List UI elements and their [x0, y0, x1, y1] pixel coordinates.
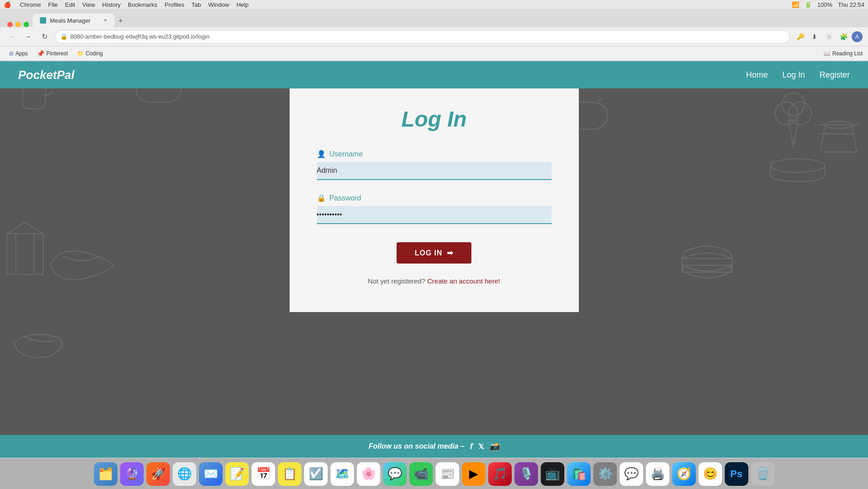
- address-text: 8080-amber-bedbug-edwjft3q.ws-eu23.gitpo…: [70, 33, 209, 40]
- app-navbar: PocketPal Home Log In Register: [0, 61, 868, 88]
- reading-list-icon: 📖: [824, 50, 830, 57]
- lock-icon: 🔒: [317, 194, 326, 202]
- tab-favicon: [40, 17, 46, 24]
- app-content: PocketPal Home Log In Register Log In 👤 …: [0, 61, 868, 458]
- menu-tab[interactable]: Tab: [191, 1, 201, 8]
- dock-messages[interactable]: 💬: [383, 462, 407, 486]
- nav-register[interactable]: Register: [820, 70, 850, 80]
- dock-photos[interactable]: 🌸: [357, 462, 380, 486]
- coding-label: Coding: [86, 50, 103, 57]
- dock-music[interactable]: 🎵: [488, 462, 512, 486]
- tab-bar: Meals Manager × +: [0, 10, 868, 27]
- browser-tab-active[interactable]: Meals Manager ×: [33, 14, 114, 27]
- reading-list[interactable]: 📖 Reading List: [824, 50, 863, 57]
- app-footer: Follow us on social media – f 𝕏 📸: [0, 435, 868, 458]
- instagram-icon[interactable]: 📸: [490, 441, 499, 451]
- login-title: Log In: [317, 107, 552, 132]
- battery-icon: 🔋: [805, 1, 812, 8]
- menu-edit[interactable]: Edit: [65, 1, 75, 8]
- dock-systemprefs[interactable]: ⚙️: [593, 462, 617, 486]
- dock-appstore[interactable]: 🛍️: [567, 462, 591, 486]
- bookmark-coding[interactable]: 📁 Coding: [73, 49, 107, 59]
- tab-title: Meals Manager: [50, 17, 91, 24]
- nav-icons: 🔑 ⬇ ☆ 🧩 A: [794, 30, 863, 43]
- dock-news[interactable]: 📰: [436, 462, 459, 486]
- dock-maps[interactable]: 🗺️: [330, 462, 354, 486]
- bookmark-pinterest[interactable]: 📌 Pinterest: [33, 48, 71, 59]
- browser-chrome: Meals Manager × + ← → ↻ 🔒 8080-amber-bed…: [0, 10, 868, 61]
- menu-chrome[interactable]: Chrome: [20, 1, 41, 8]
- reload-button[interactable]: ↻: [38, 30, 51, 43]
- menu-view[interactable]: View: [82, 1, 95, 8]
- dock-appletv[interactable]: 📺: [541, 462, 564, 486]
- tab-close-button[interactable]: ×: [104, 17, 107, 24]
- coding-icon: 📁: [77, 50, 84, 57]
- dock-emoji[interactable]: 😊: [698, 462, 722, 486]
- twitter-icon[interactable]: 𝕏: [478, 442, 484, 451]
- pinterest-label: Pinterest: [46, 50, 68, 57]
- new-tab-button[interactable]: +: [114, 15, 127, 27]
- username-group: 👤 Username: [317, 150, 552, 180]
- create-account-link[interactable]: Create an account here!: [427, 277, 500, 285]
- menu-window[interactable]: Window: [208, 1, 229, 8]
- dock-slack[interactable]: 💬: [620, 462, 643, 486]
- window-close[interactable]: [7, 22, 13, 27]
- extensions-icon[interactable]: 🧩: [837, 30, 850, 43]
- dock-siri[interactable]: 🔮: [120, 462, 144, 486]
- nav-home[interactable]: Home: [746, 70, 768, 80]
- dock-finder[interactable]: 🗂️: [94, 462, 117, 486]
- forward-button[interactable]: →: [22, 30, 34, 43]
- username-input[interactable]: [317, 162, 552, 180]
- bookmark-apps[interactable]: ⊞ Apps: [5, 49, 31, 59]
- window-maximize[interactable]: [24, 22, 29, 27]
- dock-notes[interactable]: 📋: [278, 462, 301, 486]
- menu-profiles[interactable]: Profiles: [165, 1, 184, 8]
- key-icon[interactable]: 🔑: [794, 30, 806, 43]
- facebook-icon[interactable]: f: [470, 442, 473, 451]
- bookmark-star-icon[interactable]: ☆: [823, 30, 835, 43]
- password-label: 🔒 Password: [317, 194, 552, 202]
- dock-printfab[interactable]: 🖨️: [646, 462, 669, 486]
- window-minimize[interactable]: [15, 22, 21, 27]
- user-icon: 👤: [317, 150, 326, 158]
- password-input[interactable]: [317, 206, 552, 224]
- dock-facetime[interactable]: 📹: [409, 462, 433, 486]
- back-button[interactable]: ←: [5, 30, 18, 43]
- app-nav-links: Home Log In Register: [746, 70, 850, 80]
- reading-list-label: Reading List: [832, 50, 863, 57]
- menu-history[interactable]: History: [102, 1, 121, 8]
- dock-trash[interactable]: 🗑️: [751, 462, 775, 486]
- pinterest-icon: 📌: [37, 50, 44, 57]
- apps-label: Apps: [15, 50, 28, 57]
- login-card: Log In 👤 Username 🔒 Password LOG IN ➡ No…: [290, 88, 579, 312]
- title-bar: 🍎 Chrome File Edit View History Bookmark…: [0, 0, 868, 10]
- dock-reminders[interactable]: ☑️: [304, 462, 328, 486]
- menu-help[interactable]: Help: [237, 1, 249, 8]
- dock-mail[interactable]: ✉️: [199, 462, 223, 486]
- profile-avatar[interactable]: A: [852, 31, 863, 42]
- address-bar[interactable]: 🔒 8080-amber-bedbug-edwjft3q.ws-eu23.git…: [54, 30, 790, 44]
- menu-file[interactable]: File: [48, 1, 58, 8]
- register-link-text: Not yet registered? Create an account he…: [317, 277, 552, 285]
- dock-safari[interactable]: 🧭: [672, 462, 696, 486]
- login-button[interactable]: LOG IN ➡: [397, 242, 471, 264]
- nav-bar: ← → ↻ 🔒 8080-amber-bedbug-edwjft3q.ws-eu…: [0, 27, 868, 46]
- footer-text: Follow us on social media –: [369, 442, 465, 450]
- dock-launchpad[interactable]: 🚀: [146, 462, 170, 486]
- battery-level: 100%: [817, 1, 832, 8]
- password-group: 🔒 Password: [317, 194, 552, 224]
- dock-chrome[interactable]: 🌐: [173, 462, 196, 486]
- dock-vlc[interactable]: ▶: [462, 462, 485, 486]
- nav-login[interactable]: Log In: [782, 70, 805, 80]
- dock-stickies[interactable]: 📝: [225, 462, 249, 486]
- dock-calendar[interactable]: 📅: [252, 462, 275, 486]
- dock-photoshop[interactable]: Ps: [725, 462, 748, 486]
- apps-icon: ⊞: [9, 50, 14, 57]
- downloads-icon[interactable]: ⬇: [808, 30, 821, 43]
- apple-menu[interactable]: 🍎: [4, 1, 11, 8]
- dock: 🗂️ 🔮 🚀 🌐 ✉️ 📝 📅 📋 ☑️ 🗺️ 🌸 💬 📹 📰 ▶ 🎵: [0, 458, 868, 489]
- menu-bookmarks[interactable]: Bookmarks: [128, 1, 157, 8]
- login-arrow-icon: ➡: [447, 249, 453, 257]
- app-logo[interactable]: PocketPal: [18, 68, 74, 82]
- dock-podcasts[interactable]: 🎙️: [514, 462, 538, 486]
